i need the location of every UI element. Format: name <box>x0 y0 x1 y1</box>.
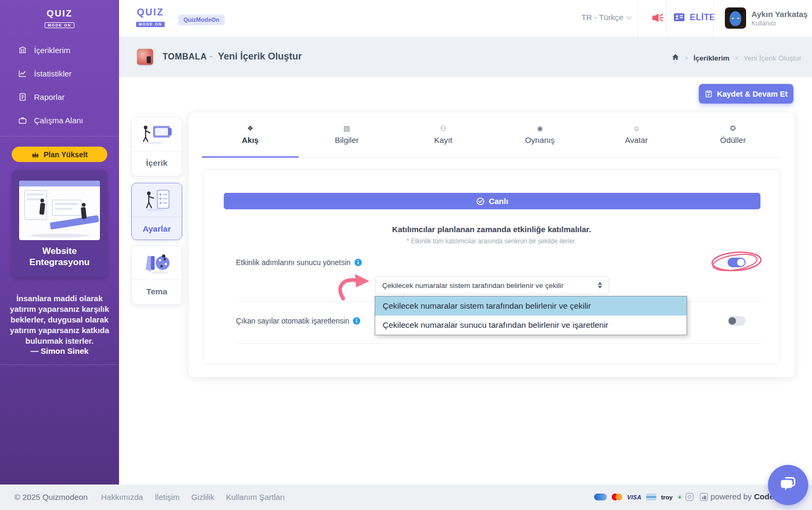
content-name: TOMBALA <box>163 52 207 62</box>
visa-icon: VISA <box>627 494 641 500</box>
tab-gameplay[interactable]: ◉ Oynanış <box>492 113 588 158</box>
linkedin-icon[interactable] <box>700 493 708 501</box>
header-logo[interactable]: QUIZ MODE ON <box>136 7 165 28</box>
upgrade-plan-button[interactable]: Plan Yükselt <box>12 147 107 162</box>
logo-subtext: MODE ON <box>136 22 165 27</box>
secure-payment-icon <box>678 495 682 499</box>
sidebar-item-contents[interactable]: İçeriklerim <box>0 38 119 62</box>
users-icon: ⚇ <box>440 125 446 132</box>
live-mode-banner: Canlı <box>224 193 760 209</box>
toggle-server-managed-on[interactable] <box>728 258 746 267</box>
toggle-auto-mark-off[interactable] <box>728 316 746 326</box>
check-circle-icon <box>476 197 485 206</box>
number-draw-select[interactable]: Çekilecek numaralar sistem tarafından be… <box>375 276 609 294</box>
upgrade-plan-label: Plan Yükselt <box>44 150 88 159</box>
header-divider <box>666 0 667 37</box>
language-label: TR - Türkçe <box>581 13 623 22</box>
website-integration-card[interactable]: Website Entegrasyonu <box>12 170 107 277</box>
language-selector[interactable]: TR - Türkçe <box>581 13 631 22</box>
header-divider <box>713 0 714 37</box>
select-updown-icon <box>598 282 602 288</box>
library-icon <box>18 46 27 55</box>
footer-link-contact[interactable]: İletişim <box>155 492 180 502</box>
dropdown-option-system-draw[interactable]: Çekilecek numaralar sistem tarafından be… <box>375 296 687 316</box>
chevron-down-icon <box>626 14 631 19</box>
sidebar-divider <box>0 136 119 137</box>
side-tab-label: İçerik <box>132 151 182 175</box>
logo-text: QUIZ <box>136 7 165 18</box>
footer-link-about[interactable]: Hakkımızda <box>101 492 143 502</box>
live-mode-note: * Etkinlik tüm katılımcılar arasında sen… <box>204 237 780 245</box>
plan-badge-label: ELİTE <box>690 13 715 22</box>
footer-link-privacy[interactable]: Gizlilik <box>191 492 214 502</box>
play-icon: ◉ <box>537 125 543 132</box>
tab-avatar[interactable]: ☺ Avatar <box>588 113 685 158</box>
main-content: Kaydet & Devam Et İçerik Ayarlar Tema <box>119 77 812 484</box>
content-tabbar: ❖ Akış ▤ Bilgiler ⚇ Kayıt ◉ Oynanış ☺ <box>202 113 781 158</box>
sidebar-item-workspace[interactable]: Çalışma Alanı <box>0 108 119 132</box>
chat-bubble-icon <box>778 475 798 495</box>
tab-label: Ödüller <box>720 135 746 144</box>
home-icon <box>671 53 680 61</box>
side-tab-content[interactable]: İçerik <box>131 117 182 176</box>
website-integration-title: Website Entegrasyonu <box>12 245 107 268</box>
flow-icon: ❖ <box>247 125 253 132</box>
side-tab-settings[interactable]: Ayarlar <box>131 183 182 240</box>
tab-flow[interactable]: ❖ Akış <box>202 113 299 158</box>
reward-icon: ✪ <box>730 125 736 132</box>
payment-icons: VISA troy <box>594 494 682 500</box>
setting-row-auto-mark: Çıkan sayılar otomatik işaretlensin <box>236 317 360 325</box>
footer-link-terms[interactable]: Kullanım Şartları <box>226 492 285 502</box>
app-root: QUIZ MODE ON İçeriklerim İstatistikler R… <box>0 0 812 510</box>
top-header: QUIZ MODE ON QuizModeOn TR - Türkçe ELİT… <box>119 0 812 37</box>
live-mode-label: Canlı <box>489 197 509 206</box>
side-tab-theme[interactable]: Tema <box>131 245 182 305</box>
live-mode-description: Katılımcılar planlanan zamanda etkinliğe… <box>204 225 780 234</box>
avatar <box>725 7 746 29</box>
tab-label: Akış <box>242 135 259 144</box>
website-integration-illustration <box>19 181 100 240</box>
instagram-icon[interactable] <box>686 493 693 501</box>
bank-card-icon <box>646 494 656 500</box>
content-thumbnail <box>137 49 153 65</box>
face-icon: ☺ <box>633 125 640 132</box>
user-role: Kullanıcı <box>751 20 808 27</box>
announcements-button[interactable] <box>650 12 665 24</box>
footer: © 2025 Quizmodeon Hakkımızda İletişim Gi… <box>0 484 812 510</box>
sidebar-item-statistics[interactable]: İstatistikler <box>0 62 119 85</box>
side-tab-label: Tema <box>132 280 182 303</box>
row-divider <box>236 343 762 344</box>
sidebar-logo[interactable]: QUIZ MODE ON <box>0 8 119 29</box>
footer-links: Hakkımızda İletişim Gizlilik Kullanım Şa… <box>101 492 285 502</box>
page-title: Yeni İçerik Oluştur <box>218 51 302 62</box>
sidebar-item-reports[interactable]: Raporlar <box>0 85 119 108</box>
report-document-icon <box>18 92 27 101</box>
tab-label: Bilgiler <box>335 135 359 144</box>
theme-tab-illustration <box>132 246 182 280</box>
logo-subtext: MODE ON <box>45 22 74 28</box>
setting-label: Etkinlik adımlarını sunucu yönetsin <box>236 258 351 267</box>
chat-widget-button[interactable] <box>768 465 808 505</box>
info-circle-icon[interactable] <box>354 259 362 266</box>
save-icon <box>705 90 713 98</box>
sidebar-item-label: Çalışma Alanı <box>34 116 83 125</box>
breadcrumb-home[interactable] <box>671 53 680 63</box>
setting-row-server-managed: Etkinlik adımlarını sunucu yönetsin <box>236 258 362 267</box>
save-continue-button[interactable]: Kaydet & Devam Et <box>699 84 793 104</box>
user-menu[interactable]: Aykın Yarkataş Kullanıcı <box>725 7 808 29</box>
toggle-knob <box>729 317 736 325</box>
tab-registration[interactable]: ⚇ Kayıt <box>395 113 492 158</box>
plan-badge[interactable]: ELİTE <box>673 12 715 23</box>
header-divider <box>638 0 638 37</box>
crown-icon <box>31 151 39 158</box>
breadcrumb-contents[interactable]: İçeriklerim <box>693 54 730 62</box>
tab-rewards[interactable]: ✪ Ödüller <box>684 113 781 158</box>
bkm-express-icon <box>594 494 607 500</box>
titlebar: TOMBALA - Yeni İçerik Oluştur > İçerikle… <box>119 37 812 77</box>
info-icon: ▤ <box>343 125 350 132</box>
dropdown-option-presenter-mark[interactable]: Çekilecek numaralar sunucu tarafından be… <box>375 316 687 335</box>
troy-icon: troy <box>661 494 673 500</box>
user-name: Aykın Yarkataş <box>751 10 808 19</box>
tab-info[interactable]: ▤ Bilgiler <box>299 113 395 158</box>
info-circle-icon[interactable] <box>353 317 360 325</box>
